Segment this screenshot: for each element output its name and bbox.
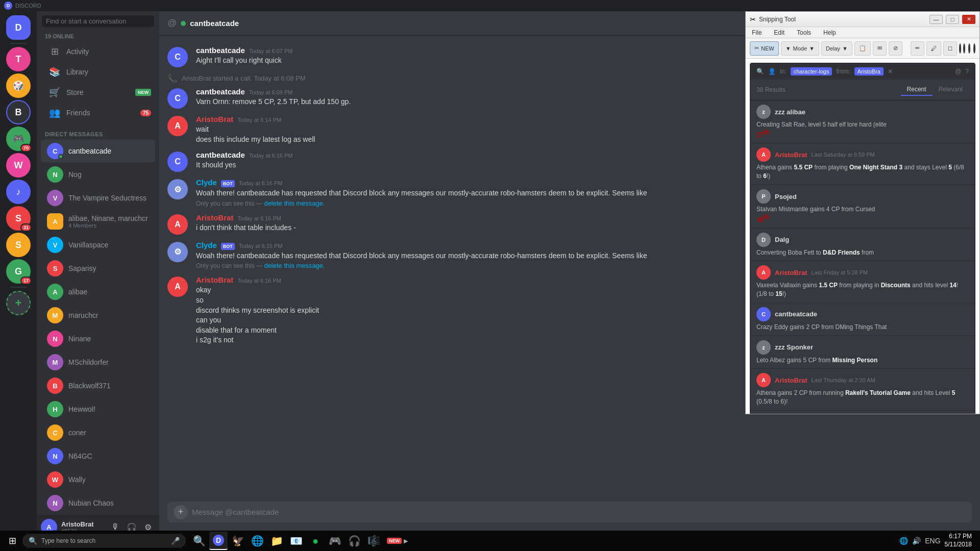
dm-name-saparisy: Saparisy — [68, 264, 96, 272]
taskbar-app-music[interactable]: 🎧 — [345, 532, 363, 550]
taskbar-search[interactable]: 🔍 Type here to search 🎤 — [22, 534, 186, 548]
start-button[interactable]: ⊞ — [4, 533, 20, 549]
result-author-name: AristoBrat — [775, 377, 807, 384]
menu-edit[interactable]: Edit — [772, 28, 787, 37]
pen-color-button[interactable] — [959, 43, 961, 54]
close-button[interactable]: ✕ — [962, 15, 975, 24]
dm-item-maruchcr[interactable]: M maruchcr — [41, 304, 155, 327]
dm-item-cantbeatcade[interactable]: C cantbeatcade — [41, 140, 155, 162]
server-dice[interactable]: 🎲 — [6, 73, 31, 98]
dm-item-n64gc[interactable]: N N64GC — [41, 445, 155, 467]
server-s[interactable]: S — [6, 233, 31, 257]
menu-tools[interactable]: Tools — [795, 28, 813, 37]
mute-button[interactable]: 🎙 — [108, 520, 122, 531]
dm-item-mschildorfer[interactable]: M MSchildorfer — [41, 351, 155, 373]
result-text: Athena gains 5.5 CP from playing One Nig… — [756, 163, 969, 181]
dm-item-vampire-seductress[interactable]: V The Vampire Seductress — [41, 187, 155, 209]
snipping-tool-title: Snipping Tool — [759, 16, 926, 23]
server-b[interactable]: B — [6, 100, 31, 124]
list-item[interactable]: z zzz alibae Creating Salt Rae, level 5 … — [750, 101, 975, 143]
snipping-tool-toolbar: ✂ NEW ▼ Mode ▼ Delay ▼ 📋 ✉ ⊘ ✏ 🖊 ◻ — [746, 38, 979, 59]
eraser-button[interactable]: ⊘ — [889, 41, 902, 56]
taskbar-app-mail[interactable]: 📧 — [287, 532, 305, 550]
taskbar-app-extra[interactable]: 🎼 — [364, 532, 383, 550]
dm-item-wally[interactable]: W Wally — [41, 468, 155, 491]
message-timestamp: Today at 6:16 PM — [237, 215, 281, 221]
sidebar-item-activity[interactable]: ⊞ Activity — [41, 42, 155, 61]
list-item[interactable]: A AristoBrat Last Thursday at 2:20 AM At… — [750, 369, 975, 411]
maximize-button[interactable]: □ — [946, 15, 959, 24]
server-add[interactable]: + — [6, 291, 31, 315]
new-snip-button[interactable]: ✂ NEW — [750, 41, 779, 56]
color3-button[interactable] — [968, 43, 970, 54]
attach-button[interactable]: + — [174, 505, 188, 519]
sidebar-item-friends[interactable]: 👥 Friends 75 — [41, 103, 155, 122]
deafen-button[interactable]: 🎧 — [125, 520, 139, 531]
server-word[interactable]: W — [6, 153, 31, 178]
server-home[interactable]: D — [6, 15, 31, 40]
delete-message-link-2[interactable]: delete this message. — [264, 262, 325, 269]
pen-button[interactable]: ✏ — [911, 41, 924, 56]
sidebar-item-library[interactable]: 📚 Library — [41, 62, 155, 82]
dm-item-blackwolf[interactable]: B Blackwolf371 — [41, 374, 155, 397]
list-item[interactable]: D Dalg Converting Boba Fett to D&D Frien… — [750, 229, 975, 262]
delay-button[interactable]: Delay ▼ — [821, 41, 852, 56]
dm-name-cantbeatcade: cantbeatcade — [68, 147, 111, 155]
taskbar-app-cortana[interactable]: 🔍 — [190, 532, 208, 550]
avatar: ⚙ — [167, 242, 188, 262]
server-green[interactable]: G 17 — [6, 259, 31, 284]
list-item[interactable]: P Psojed Stalvan Mistmantle gains 4 CP f… — [750, 185, 975, 228]
search-filter-from-value[interactable]: AristoBra — [854, 67, 884, 76]
message-timestamp: Today at 6:16 PM — [239, 243, 283, 249]
taskbar-app-explorer[interactable]: 🦅 — [229, 532, 247, 550]
server-red[interactable]: S 31 — [6, 206, 31, 231]
user-bar: A AristoBrat #8537 🎙 🎧 ⚙ — [37, 515, 159, 531]
tab-relevant[interactable]: Relevant — [933, 84, 969, 96]
search-help-button[interactable]: ? — [965, 68, 969, 75]
list-item[interactable]: z zzz Sponker Leto Albez gains 5 CP from… — [750, 336, 975, 369]
list-item[interactable]: z zzz Sponker Aurix Shiverscale gains 6 … — [750, 411, 975, 414]
settings-button[interactable]: ⚙ — [141, 520, 155, 531]
dm-item-coner[interactable]: C coner — [41, 421, 155, 444]
minimize-button[interactable]: — — [929, 15, 943, 24]
dm-item-saparisy[interactable]: S Saparisy — [41, 257, 155, 280]
taskbar-app-files[interactable]: 📁 — [267, 532, 286, 550]
search-input[interactable] — [42, 15, 154, 27]
taskbar-app-discord[interactable]: D — [209, 532, 228, 550]
mode-button[interactable]: ▼ Mode ▼ — [781, 41, 819, 56]
taskbar-app-steam[interactable]: 🎮 — [326, 532, 344, 550]
search-mention-button[interactable]: @ — [955, 68, 961, 75]
dm-item-ninane[interactable]: N Ninane — [41, 328, 155, 350]
dm-item-hewwol[interactable]: H Hewwol! — [41, 398, 155, 420]
send-email-button[interactable]: ✉ — [873, 41, 887, 56]
dm-member-count: 4 Members — [68, 222, 148, 229]
search-filter-close[interactable]: ✕ — [888, 68, 893, 75]
sidebar-item-store[interactable]: 🛒 Store NEW — [41, 83, 155, 102]
menu-file[interactable]: File — [750, 28, 764, 37]
dm-item-vanillaspace[interactable]: V Vanillaspace — [41, 234, 155, 256]
list-item[interactable]: A AristoBrat Last Saturday at 6:59 PM At… — [750, 143, 975, 185]
dm-item-alibae[interactable]: A alibae — [41, 281, 155, 303]
server-team[interactable]: T — [6, 47, 31, 71]
message-author: Clyde — [196, 241, 217, 249]
menu-help[interactable]: Help — [821, 28, 838, 37]
server-music[interactable]: ♪ — [6, 180, 31, 204]
dm-item-nog[interactable]: N Nog — [41, 163, 155, 186]
copy-button[interactable]: 📋 — [854, 41, 871, 56]
taskbar-app-chrome[interactable]: 🌐 — [248, 532, 266, 550]
highlight-button[interactable]: 🖊 — [926, 41, 941, 56]
tab-recent[interactable]: Recent — [901, 84, 933, 96]
eraser2-button[interactable]: ◻ — [943, 41, 957, 56]
highlight-color-button[interactable] — [963, 43, 965, 54]
message-input[interactable] — [192, 502, 966, 522]
dm-name-alibae: alibae — [68, 288, 87, 296]
dm-item-group-alibae[interactable]: A alibae, Ninane, maruchcr 4 Members — [41, 210, 155, 233]
taskbar-app-spotify[interactable]: ● — [306, 532, 325, 550]
list-item[interactable]: A AristoBrat Last Friday at 5:28 PM Vaxe… — [750, 261, 975, 303]
list-item[interactable]: C cantbeatcade Crazy Eddy gains 2 CP fro… — [750, 303, 975, 336]
server-gaming[interactable]: 🎮 70 — [6, 127, 31, 151]
color4-button[interactable] — [973, 43, 975, 54]
search-filter-in-value[interactable]: character-logs — [791, 67, 832, 76]
delete-message-link[interactable]: delete this message. — [264, 199, 325, 207]
dm-item-nubian-chaos[interactable]: N Nubian Chaos — [41, 492, 155, 514]
